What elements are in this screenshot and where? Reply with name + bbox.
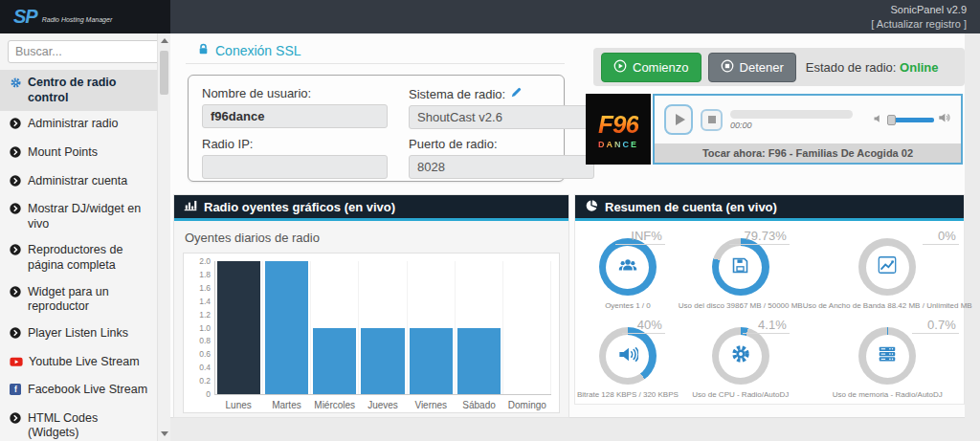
facebook-icon: f xyxy=(10,384,22,400)
station-logo-text: F96 xyxy=(598,110,638,140)
start-button[interactable]: Comienzo xyxy=(601,53,702,82)
play-circle-icon xyxy=(613,59,627,76)
gauge-label: Oyentes 1 / 0 xyxy=(605,301,651,310)
bar-viernes xyxy=(410,328,453,395)
gauge-ring xyxy=(712,238,769,296)
stop-button[interactable]: Detener xyxy=(708,53,796,82)
app-logo: SP Radio Hosting Manager xyxy=(0,0,170,33)
chart-column xyxy=(359,261,407,394)
y-axis-tick: 0 xyxy=(206,389,211,399)
radio-system-field[interactable] xyxy=(409,105,594,129)
chevron-circle-icon xyxy=(10,146,22,163)
ssl-label: Conexión SSL xyxy=(215,43,301,58)
x-axis-label: Viernes xyxy=(407,400,455,410)
volume-mute-icon[interactable] xyxy=(873,111,884,128)
summary-panel-title: Resumen de cuenta (en vivo) xyxy=(605,200,777,214)
sidebar-item-reproductores-de-p-gina-completa[interactable]: Reproductores de página completa xyxy=(0,237,157,278)
gauge-ring xyxy=(599,238,657,296)
youtube-icon xyxy=(10,356,23,372)
gauge-disk: 79.73%Uso del disco 39867 MB / 50000 MB xyxy=(679,227,803,316)
sidebar-item-player-listen-links[interactable]: Player Listen Links xyxy=(0,320,157,349)
volume-up-icon[interactable] xyxy=(938,111,951,128)
update-registry-link[interactable]: [ Actualizar registro ] xyxy=(871,17,967,32)
play-icon xyxy=(676,114,685,125)
volume-slider-thumb[interactable] xyxy=(887,115,896,125)
radio-port-field[interactable] xyxy=(409,155,594,179)
listeners-icon xyxy=(617,254,638,279)
edit-pencil-icon[interactable] xyxy=(510,86,523,101)
scrollbar-thumb[interactable] xyxy=(160,51,168,95)
scroll-up-icon[interactable] xyxy=(161,38,168,43)
sidebar-item-label: Reproductores de página completa xyxy=(28,243,149,273)
bar-lunes xyxy=(217,261,260,394)
chart-column xyxy=(456,261,503,394)
sidebar-item-administrar-cuenta[interactable]: Administrar cuenta xyxy=(0,168,157,197)
sidebar-item-facebook-live-stream[interactable]: fFacebook Live Stream xyxy=(0,377,157,406)
gauge-label: Bitrate 128 KBPS / 320 KBPS xyxy=(577,390,679,399)
player-time: 00:00 xyxy=(730,121,853,130)
scroll-down-icon[interactable] xyxy=(161,431,168,436)
memory-icon xyxy=(877,343,898,368)
player-stop-button[interactable] xyxy=(701,109,723,131)
gauge-cpu: 4.1%Uso de CPU - Radio/AutoDJ xyxy=(679,316,803,405)
radio-status: Estado de radio: Online xyxy=(806,60,939,75)
sidebar-item-mount-points[interactable]: Mount Points xyxy=(0,140,157,168)
pie-chart-icon xyxy=(585,199,598,215)
y-axis-tick: 1.4 xyxy=(199,297,211,306)
listeners-panel-header: Radio oyentes gráficos (en vivo) xyxy=(174,195,568,221)
station-logo-subtext: DANCE xyxy=(598,140,638,149)
sidebar-item-label: Administrar cuenta xyxy=(28,174,127,189)
gauge-label: Uso de CPU - Radio/AutoDJ xyxy=(692,390,789,399)
gauge-memory: 0.7%Uso de memoria - Radio/AutoDJ xyxy=(803,316,972,405)
y-axis-tick: 1.2 xyxy=(199,310,211,320)
sidebar-item-centro-de-radio-control[interactable]: Centro de radio control xyxy=(0,70,157,111)
radio-status-value: Online xyxy=(900,60,938,75)
disk-icon xyxy=(730,255,750,279)
sidebar-scrollbar[interactable] xyxy=(157,33,170,441)
cpu-icon xyxy=(730,343,751,368)
radio-ip-label: Radio IP: xyxy=(202,137,388,151)
gauge-percent: 0.7% xyxy=(912,318,959,334)
logo-sp-text: SP xyxy=(13,6,37,28)
bar-jueves xyxy=(361,328,404,395)
radio-info-form: Nombre de usuario: Sistema de radio: Rad… xyxy=(188,75,565,182)
content-area: Conexión SSL Nombre de usuario: Sistema … xyxy=(170,33,965,418)
chevron-circle-icon xyxy=(10,175,22,191)
player-play-button[interactable] xyxy=(664,104,693,135)
stop-circle-icon xyxy=(721,59,734,76)
sidebar-item-mostrar-dj-widget-en-vivo[interactable]: Mostrar DJ/widget en vivo xyxy=(0,196,157,237)
gauge-ring xyxy=(858,327,916,385)
gauge-percent: 0% xyxy=(923,229,959,245)
x-axis-label: Lunes xyxy=(214,400,262,410)
username-field[interactable] xyxy=(202,104,388,128)
y-axis-tick: 0.2 xyxy=(199,376,211,386)
chevron-circle-icon xyxy=(10,286,22,302)
panel-version: SonicPanel v2.9 xyxy=(871,3,967,17)
chevron-circle-icon xyxy=(10,203,22,219)
sidebar-item-html-codes-widgets[interactable]: HTML Codes (Widgets) xyxy=(0,406,157,441)
ssl-connection-link[interactable]: Conexión SSL xyxy=(197,42,301,58)
radio-ip-field[interactable] xyxy=(202,155,388,179)
audio-player: 00:00 Tocar ahora: F96 - Familias De Aco… xyxy=(653,94,963,165)
search-input[interactable] xyxy=(8,40,177,63)
chart-column xyxy=(503,261,551,394)
gauge-ring xyxy=(858,238,916,296)
x-axis-label: Martes xyxy=(262,400,310,410)
bitrate-icon xyxy=(616,343,638,369)
sidebar-item-label: Mostrar DJ/widget en vivo xyxy=(28,202,149,232)
sidebar-item-widget-para-un-reproductor[interactable]: Widget para un reproductor xyxy=(0,279,157,320)
chart-column xyxy=(263,261,311,394)
volume-slider[interactable] xyxy=(888,118,934,122)
gauge-percent: 4.1% xyxy=(743,318,790,334)
radio-port-label: Puerto de radio: xyxy=(409,137,594,151)
sidebar-menu: Centro de radio controlAdministrar radio… xyxy=(0,70,157,441)
sidebar-item-youtube-live-stream[interactable]: Youtube Live Stream xyxy=(0,349,157,378)
summary-panel-header: Resumen de cuenta (en vivo) xyxy=(575,195,964,221)
progress-bar[interactable] xyxy=(730,110,853,119)
gauge-label: Uso de Ancho de Banda 88.42 MB / Unlimit… xyxy=(803,301,972,310)
chart-subtitle: Oyentes diarios de radio xyxy=(183,229,560,253)
sidebar-item-administrar-radio[interactable]: Administrar radio xyxy=(0,111,157,140)
y-axis-tick: 1.6 xyxy=(199,283,211,293)
sidebar-item-label: Widget para un reproductor xyxy=(28,285,149,315)
gauge-percent: 79.73% xyxy=(729,229,790,245)
